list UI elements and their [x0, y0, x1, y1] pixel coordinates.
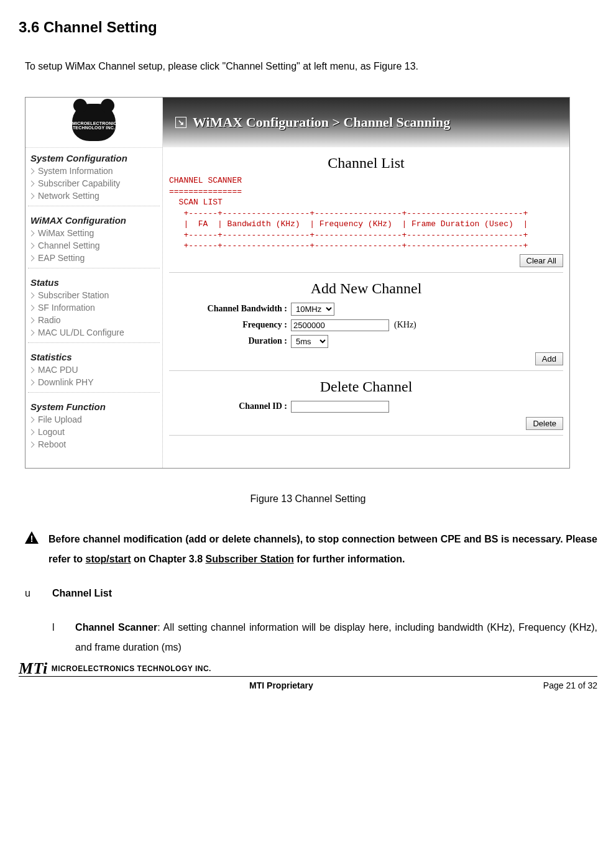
sidebar-item-mac-ul-dl[interactable]: MAC UL/DL Configure [25, 326, 162, 339]
side-section-title-wimax-config: WiMAX Configuration [25, 210, 162, 227]
link-subscriber-station: Subscriber Station [206, 554, 294, 564]
sidebar-item-sf-information[interactable]: SF Information [25, 301, 162, 314]
sidebar-item-downlink-phy[interactable]: Downlink PHY [25, 376, 162, 388]
channel-id-label: Channel ID : [169, 401, 291, 411]
sidebar-item-wimax-setting[interactable]: WiMax Setting [25, 227, 162, 239]
bullet-u-marker: u [25, 588, 52, 599]
sidebar-item-logout[interactable]: Logout [25, 426, 162, 438]
logo-text: MICROELECTRONICS TECHNOLOGY INC. [72, 121, 116, 130]
frequency-label: Frequency : [169, 320, 291, 330]
warning-block: ! Before channel modification (add or de… [25, 529, 597, 569]
footer-center: MTI Proprietary [19, 678, 543, 690]
link-stop-start: stop/start [86, 554, 131, 564]
logo-box: MICROELECTRONICS TECHNOLOGY INC. [25, 98, 162, 148]
footer-logo: MTi MICROELECTRONICS TECHNOLOGY INC. [19, 659, 211, 678]
sidebar-item-reboot[interactable]: Reboot [25, 438, 162, 451]
delete-channel-title: Delete Channel [163, 378, 569, 395]
frequency-input[interactable] [291, 319, 389, 331]
banner-title: WiMAX Configuration > Channel Scanning [193, 114, 450, 130]
sidebar: MICROELECTRONICS TECHNOLOGY INC. System … [25, 98, 163, 468]
page-footer: MTi MICROELECTRONICS TECHNOLOGY INC. MTI… [19, 676, 597, 690]
bandwidth-select[interactable]: 10MHz [291, 303, 334, 316]
add-channel-title: Add New Channel [163, 280, 569, 297]
duration-label: Duration : [169, 336, 291, 346]
side-section-title-statistics: Statistics [25, 347, 162, 364]
channel-scanner-table: CHANNEL SCANNER =============== SCAN LIS… [163, 175, 569, 252]
mti-logo-icon: MICROELECTRONICS TECHNOLOGY INC. [72, 104, 116, 141]
sidebar-item-network-setting[interactable]: Network Setting [25, 190, 162, 202]
banner-icon: ↘ [175, 117, 186, 128]
svg-text:!: ! [30, 534, 34, 544]
sidebar-item-radio[interactable]: Radio [25, 314, 162, 326]
side-section-title-system-config: System Configuration [25, 148, 162, 165]
footer-page-number: Page 21 of 32 [543, 678, 597, 690]
channel-id-input[interactable] [291, 401, 389, 413]
sidebar-item-eap-setting[interactable]: EAP Setting [25, 252, 162, 264]
bullet-l-marker: l [52, 618, 75, 657]
section-heading: 3.6 Channel Setting [19, 19, 597, 36]
bullet-channel-list: u Channel List [25, 588, 597, 599]
warning-text: Before channel modification (add or dele… [48, 529, 597, 569]
sidebar-item-subscriber-station[interactable]: Subscriber Station [25, 289, 162, 301]
warning-icon: ! [25, 531, 39, 569]
bullet-l-text: Channel Scanner: All setting channel inf… [75, 618, 597, 657]
figure-screenshot: MICROELECTRONICS TECHNOLOGY INC. System … [25, 97, 570, 469]
sidebar-item-subscriber-capability[interactable]: Subscriber Capability [25, 177, 162, 190]
bullet-channel-scanner: l Channel Scanner: All setting channel i… [52, 618, 597, 657]
content-pane: ↘ WiMAX Configuration > Channel Scanning… [163, 98, 569, 468]
intro-paragraph: To setup WiMax Channel setup, please cli… [25, 61, 597, 72]
bandwidth-label: Channel Bandwidth : [169, 304, 291, 314]
duration-select[interactable]: 5ms [291, 335, 328, 348]
figure-caption: Figure 13 Channel Setting [19, 493, 597, 505]
sidebar-item-mac-pdu[interactable]: MAC PDU [25, 364, 162, 376]
channel-list-title: Channel List [163, 155, 569, 172]
delete-button[interactable]: Delete [526, 417, 563, 430]
frequency-unit: (KHz) [394, 320, 416, 330]
clear-all-button[interactable]: Clear All [520, 254, 563, 267]
sidebar-item-file-upload[interactable]: File Upload [25, 413, 162, 426]
sidebar-item-channel-setting[interactable]: Channel Setting [25, 239, 162, 252]
bullet-u-text: Channel List [52, 588, 112, 599]
sidebar-item-system-information[interactable]: System Information [25, 165, 162, 177]
page-banner: ↘ WiMAX Configuration > Channel Scanning [163, 98, 569, 147]
side-section-title-system-function: System Function [25, 396, 162, 413]
side-section-title-status: Status [25, 272, 162, 289]
add-button[interactable]: Add [535, 352, 563, 365]
